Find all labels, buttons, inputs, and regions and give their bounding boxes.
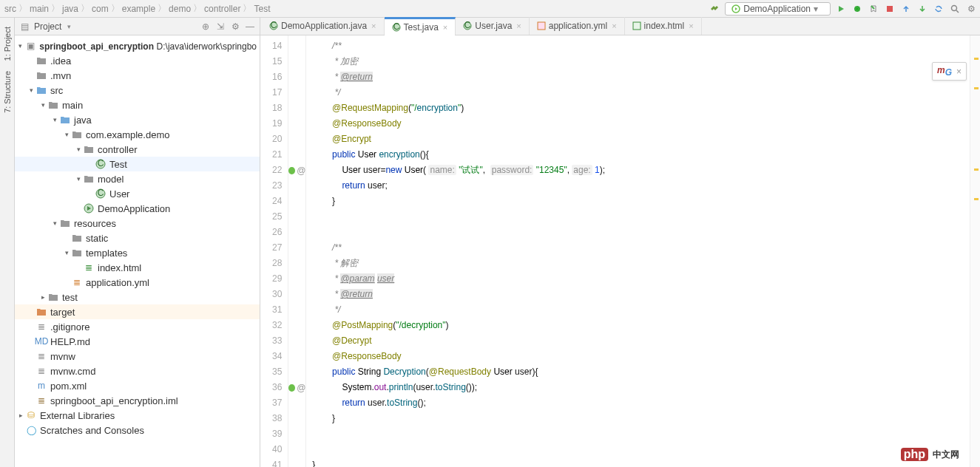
main-layout: 1: Project 7: Structure ▤ Project ▾ ⊕ ⇲ … xyxy=(0,18,980,467)
breadcrumb-segment[interactable]: src xyxy=(4,4,16,14)
stop-icon[interactable] xyxy=(884,3,896,15)
code-content[interactable]: /** * 加密 * @return */ @RequestMapping("/… xyxy=(306,35,970,467)
tree-node-label: resources xyxy=(74,218,116,229)
breadcrumb-segment[interactable]: Test xyxy=(254,4,270,14)
sidebar-tab-project[interactable]: 1: Project xyxy=(3,24,12,64)
breadcrumb-segment[interactable]: java xyxy=(62,4,78,14)
breadcrumb-segment[interactable]: main xyxy=(30,4,49,14)
tree-node[interactable]: DemoApplication xyxy=(15,201,260,216)
ide-gear-icon[interactable]: ⚙ xyxy=(965,3,977,15)
tree-node[interactable]: ▸⛁External Libraries xyxy=(15,408,260,423)
editor-tab[interactable]: CDemoApplication.java× xyxy=(262,17,385,35)
play-icon[interactable] xyxy=(835,3,847,15)
close-icon[interactable]: × xyxy=(443,23,447,32)
breadcrumb-segment[interactable]: controller xyxy=(204,4,240,14)
tree-node[interactable]: ≣application.yml xyxy=(15,275,260,290)
editor-body[interactable]: 1415161718192021222324252627282930313233… xyxy=(260,35,980,467)
watermark-logo: php xyxy=(901,448,928,461)
search-icon[interactable] xyxy=(949,3,961,15)
tree-node[interactable]: ◯Scratches and Consoles xyxy=(15,423,260,437)
close-icon[interactable]: × xyxy=(371,21,376,30)
tree-node-label: mvnw xyxy=(50,351,75,362)
tree-node[interactable]: mpom.xml xyxy=(15,378,260,393)
chevron-icon[interactable]: ▾ xyxy=(62,131,71,138)
close-icon[interactable]: × xyxy=(956,67,962,77)
folder-src-icon xyxy=(36,84,47,96)
breadcrumb-segment[interactable]: example xyxy=(122,4,155,14)
tree-node[interactable]: ≣springboot_api_encryption.iml xyxy=(15,393,260,408)
tree-node-label: com.example.demo xyxy=(86,129,169,140)
tree-root[interactable]: ▾ ▣ springboot_api_encryption D:\java\id… xyxy=(15,38,260,53)
run-config-selector[interactable]: DemoApplication ▾ xyxy=(725,2,831,16)
tree-node[interactable]: CUser xyxy=(15,186,260,201)
tree-node[interactable]: ▾controller xyxy=(15,142,260,157)
chevron-icon[interactable]: ▾ xyxy=(50,116,59,123)
tree-node[interactable]: CTest xyxy=(15,157,260,171)
chevron-icon[interactable]: ▸ xyxy=(16,412,25,419)
editor-tab[interactable]: application.yml× xyxy=(530,17,625,35)
target-icon[interactable]: ⊕ xyxy=(200,21,211,32)
folder-icon xyxy=(59,217,71,229)
editor-scrollbar[interactable] xyxy=(970,35,980,467)
folder-icon xyxy=(47,291,59,303)
tree-node[interactable]: target xyxy=(15,304,260,319)
pom-icon: m xyxy=(36,380,47,392)
tree-node[interactable]: .idea xyxy=(15,53,260,68)
tree-node[interactable]: .mvn xyxy=(15,68,260,83)
tree-node[interactable]: ▾main xyxy=(15,98,260,112)
hammer-icon[interactable] xyxy=(709,3,720,15)
tree-node[interactable]: ≣mvnw xyxy=(15,349,260,364)
toolbar-right: DemoApplication ▾ ⚙ xyxy=(709,2,977,16)
editor-tab-label: DemoApplication.java xyxy=(281,21,367,31)
tree-node[interactable]: ▾resources xyxy=(15,216,260,231)
close-icon[interactable]: × xyxy=(516,21,521,30)
tree-node[interactable]: ▾java xyxy=(15,112,260,127)
chevron-icon[interactable]: ▾ xyxy=(74,175,83,183)
gutter-run-icon[interactable] xyxy=(288,384,295,392)
sync-icon[interactable] xyxy=(933,3,944,15)
chevron-icon[interactable]: ▸ xyxy=(38,293,47,301)
chevron-icon[interactable]: ▾ xyxy=(27,86,36,94)
html-icon: ≣ xyxy=(83,262,95,273)
sidebar-tab-structure[interactable]: 7: Structure xyxy=(3,68,12,116)
git-update-icon[interactable] xyxy=(900,3,912,15)
tree-node[interactable]: MDHELP.md xyxy=(15,334,260,349)
floating-hint-box[interactable]: mG × xyxy=(932,62,967,81)
svg-text:C: C xyxy=(98,188,104,198)
expand-icon[interactable]: ⇲ xyxy=(215,21,226,32)
chevron-icon[interactable]: ▾ xyxy=(62,249,71,256)
editor-tab-label: application.yml xyxy=(549,21,607,31)
tree-node[interactable]: ≣index.html xyxy=(15,260,260,275)
breadcrumb-segment[interactable]: com xyxy=(92,4,109,14)
help-icon: MD xyxy=(36,335,47,347)
tree-node[interactable]: ▾templates xyxy=(15,245,260,260)
editor-tab[interactable]: index.html× xyxy=(625,17,702,35)
chevron-icon[interactable]: ▾ xyxy=(50,219,59,227)
tree-node[interactable]: ▸test xyxy=(15,290,260,304)
tree-node[interactable]: ▾model xyxy=(15,171,260,186)
close-icon[interactable]: × xyxy=(612,21,616,30)
editor-tab[interactable]: CTest.java× xyxy=(385,17,456,35)
editor-tab-label: User.java xyxy=(475,21,512,31)
hide-icon[interactable]: — xyxy=(245,21,255,32)
debug-icon[interactable] xyxy=(851,3,863,15)
breadcrumb-segment[interactable]: demo xyxy=(169,4,191,14)
module-icon: ▣ xyxy=(25,40,37,52)
folder-icon xyxy=(36,55,47,67)
tree-node[interactable]: ≣mvnw.cmd xyxy=(15,364,260,378)
project-tree[interactable]: ▾ ▣ springboot_api_encryption D:\java\id… xyxy=(15,35,260,467)
tree-node-label: main xyxy=(62,100,83,111)
chevron-icon[interactable]: ▾ xyxy=(38,101,47,109)
tree-node[interactable]: ≣.gitignore xyxy=(15,319,260,334)
tree-node[interactable]: ▾com.example.demo xyxy=(15,127,260,142)
gear-icon[interactable]: ⚙ xyxy=(230,21,240,32)
chevron-icon[interactable]: ▾ xyxy=(74,146,83,153)
git-commit-icon[interactable] xyxy=(916,3,928,15)
close-icon[interactable]: × xyxy=(689,21,693,30)
editor-tab[interactable]: CUser.java× xyxy=(456,17,529,35)
tree-node[interactable]: static xyxy=(15,231,260,245)
coverage-icon[interactable] xyxy=(868,3,879,15)
chevron-down-icon[interactable]: ▾ xyxy=(67,23,71,30)
tree-node[interactable]: ▾src xyxy=(15,83,260,98)
gutter-run-icon[interactable] xyxy=(288,167,295,174)
